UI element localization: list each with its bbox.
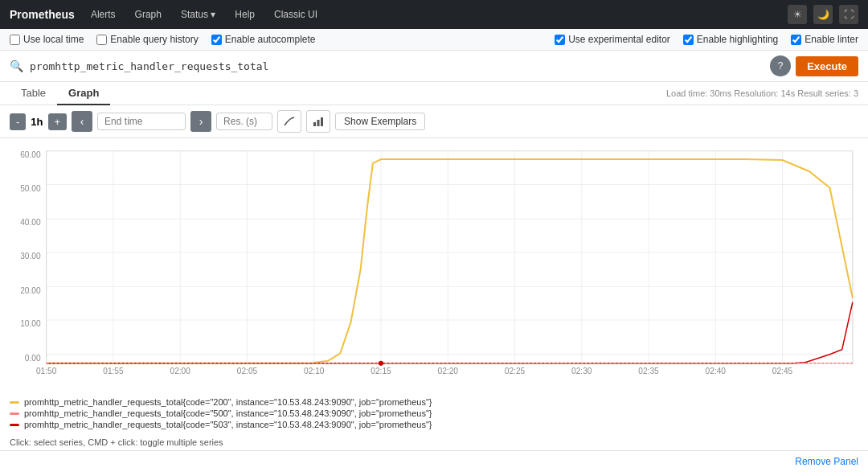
line-chart-button[interactable] [277, 110, 301, 133]
legend-color-500 [10, 412, 19, 415]
svg-text:02:20: 02:20 [438, 367, 459, 375]
duration-label: 1h [31, 116, 43, 128]
svg-rect-0 [313, 122, 316, 126]
tab-meta: Load time: 30ms Resolution: 14s Result s… [666, 84, 858, 103]
svg-text:02:15: 02:15 [371, 367, 391, 375]
chart-container: 60.00 50.00 40.00 30.00 20.00 10.00 0.00 [0, 138, 868, 392]
legend: promhttp_metric_handler_requests_total{c… [0, 392, 868, 434]
search-bar: 🔍 ? Execute [0, 51, 868, 82]
series-503-dot [379, 361, 383, 366]
svg-text:20.00: 20.00 [20, 286, 41, 295]
svg-text:02:05: 02:05 [237, 367, 258, 375]
legend-hint: Click: select series, CMD + click: toggl… [0, 434, 868, 450]
legend-item-500[interactable]: promhttp_metric_handler_requests_total{c… [10, 408, 858, 418]
brand: Prometheus [10, 8, 75, 21]
tab-graph[interactable]: Graph [57, 82, 110, 105]
tab-table[interactable]: Table [10, 82, 57, 105]
options-right: Use experimental editor Enable highlight… [555, 34, 858, 45]
nav-graph[interactable]: Graph [132, 9, 165, 20]
enable-query-history-checkbox[interactable] [96, 35, 107, 45]
svg-text:0.00: 0.00 [25, 354, 41, 363]
nav-help[interactable]: Help [231, 9, 258, 20]
svg-text:30.00: 30.00 [20, 252, 41, 261]
svg-text:60.00: 60.00 [20, 150, 41, 159]
nav-status[interactable]: Status ▾ [178, 9, 219, 20]
legend-label-503: promhttp_metric_handler_requests_total{c… [24, 420, 432, 429]
enable-linter-checkbox[interactable] [791, 35, 801, 45]
svg-text:02:10: 02:10 [304, 367, 325, 375]
enable-autocomplete-label[interactable]: Enable autocomplete [211, 34, 316, 45]
use-local-time-checkbox[interactable] [10, 35, 20, 45]
legend-label-200: promhttp_metric_handler_requests_total{c… [24, 397, 432, 407]
end-time-input[interactable] [97, 113, 186, 130]
legend-color-503 [10, 424, 19, 426]
plus-button[interactable]: + [48, 113, 68, 130]
prev-button[interactable]: ‹ [72, 111, 92, 132]
execute-button[interactable]: Execute [796, 56, 858, 76]
chart-svg: 60.00 50.00 40.00 30.00 20.00 10.00 0.00 [10, 145, 858, 386]
svg-text:02:40: 02:40 [706, 367, 727, 375]
legend-color-200 [10, 401, 19, 404]
tabs-row: Table Graph Load time: 30ms Resolution: … [0, 82, 868, 105]
search-icon: 🔍 [10, 60, 23, 72]
help-button[interactable]: ? [770, 55, 791, 76]
enable-query-history-label[interactable]: Enable query history [96, 34, 198, 45]
moon-icon[interactable]: 🌙 [813, 5, 833, 24]
search-input[interactable] [30, 60, 764, 72]
svg-text:02:30: 02:30 [571, 367, 592, 375]
bar-chart-icon [313, 116, 324, 127]
use-experimental-editor-label[interactable]: Use experimental editor [555, 34, 670, 45]
remove-panel-link[interactable]: Remove Panel [795, 456, 858, 467]
show-exemplars-button[interactable]: Show Exemplars [335, 113, 425, 130]
svg-text:10.00: 10.00 [20, 319, 41, 328]
enable-linter-label[interactable]: Enable linter [791, 34, 858, 45]
legend-label-500: promhttp_metric_handler_requests_total{c… [24, 408, 432, 418]
enable-highlighting-checkbox[interactable] [683, 35, 694, 45]
enable-highlighting-label[interactable]: Enable highlighting [683, 34, 778, 45]
svg-text:50.00: 50.00 [20, 184, 41, 193]
chart-wrap: 60.00 50.00 40.00 30.00 20.00 10.00 0.00 [10, 145, 858, 386]
line-chart-icon [284, 116, 295, 127]
svg-text:01:50: 01:50 [36, 367, 57, 375]
svg-text:02:35: 02:35 [638, 367, 659, 375]
options-bar: Use local time Enable query history Enab… [0, 29, 868, 51]
enable-autocomplete-checkbox[interactable] [211, 35, 222, 45]
svg-text:01:55: 01:55 [103, 367, 124, 375]
res-input[interactable] [216, 113, 272, 130]
expand-icon[interactable]: ⛶ [839, 5, 858, 24]
search-right: ? Execute [770, 55, 858, 76]
svg-rect-10 [47, 151, 853, 363]
minus-button[interactable]: - [10, 113, 26, 130]
nav-icon-group: ☀ 🌙 ⛶ [788, 5, 858, 24]
navbar: Prometheus Alerts Graph Status ▾ Help Cl… [0, 0, 868, 29]
svg-text:40.00: 40.00 [20, 218, 41, 227]
svg-text:02:00: 02:00 [170, 367, 191, 375]
svg-rect-2 [321, 117, 323, 126]
bar-chart-button[interactable] [306, 110, 330, 133]
nav-classic-ui[interactable]: Classic UI [271, 9, 321, 20]
graph-controls: - 1h + ‹ › Show Exemplars [0, 105, 868, 138]
legend-item-503[interactable]: promhttp_metric_handler_requests_total{c… [10, 420, 858, 429]
footer: Remove Panel [0, 450, 868, 472]
legend-item-200[interactable]: promhttp_metric_handler_requests_total{c… [10, 397, 858, 407]
next-button[interactable]: › [190, 111, 211, 132]
nav-alerts[interactable]: Alerts [88, 9, 119, 20]
use-local-time-label[interactable]: Use local time [10, 34, 84, 45]
svg-text:02:45: 02:45 [772, 367, 793, 375]
sun-icon[interactable]: ☀ [788, 5, 807, 24]
use-experimental-editor-checkbox[interactable] [555, 35, 565, 45]
svg-text:02:25: 02:25 [505, 367, 526, 375]
svg-rect-1 [317, 120, 320, 126]
